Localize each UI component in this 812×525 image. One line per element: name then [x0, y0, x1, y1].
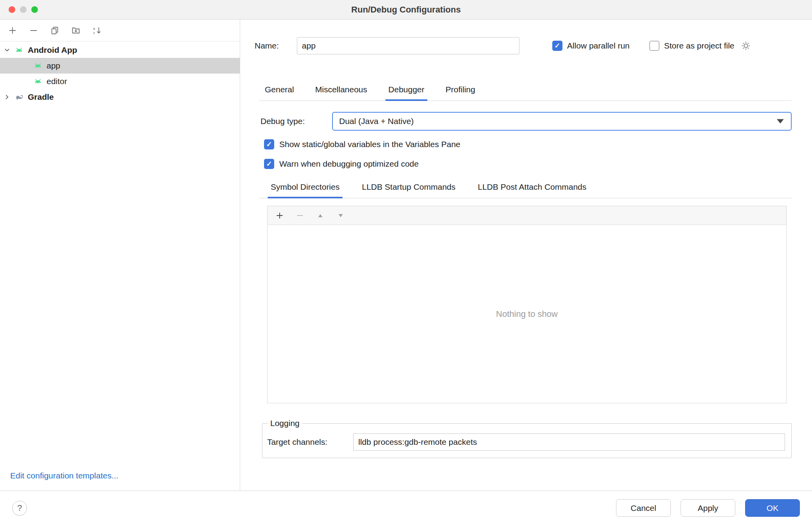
debug-type-label: Debug type: — [260, 117, 332, 126]
symbol-directories-table: Nothing to show — [267, 206, 787, 403]
add-row-button[interactable] — [272, 208, 287, 223]
chevron-right-icon[interactable] — [0, 93, 14, 101]
save-configuration-button[interactable] — [68, 23, 84, 38]
sidebar-toolbar: a z — [0, 20, 240, 41]
target-channels-input[interactable] — [353, 433, 785, 451]
debug-type-select[interactable]: Dual (Java + Native) — [332, 112, 792, 131]
copy-icon — [50, 26, 59, 35]
logging-section: Logging Target channels: — [262, 419, 792, 458]
tab-debugger[interactable]: Debugger — [388, 79, 425, 101]
subtab-lldb-post-attach-commands[interactable]: LLDB Post Attach Commands — [477, 177, 587, 198]
question-mark-icon: ? — [17, 503, 22, 513]
move-up-button[interactable] — [313, 208, 328, 223]
window-title: Run/Debug Configurations — [351, 5, 461, 15]
tree-item-label: Gradle — [28, 92, 54, 102]
cancel-button[interactable]: Cancel — [616, 499, 671, 517]
run-debug-configurations-dialog: Run/Debug Configurations a — [0, 0, 812, 525]
tab-general[interactable]: General — [264, 79, 295, 101]
configurations-tree: Android App app editor — [0, 41, 240, 105]
tree-item-android-app[interactable]: Android App — [0, 42, 240, 58]
debug-type-row: Debug type: Dual (Java + Native) — [260, 112, 792, 131]
store-as-project-file-label: Store as project file — [664, 41, 735, 50]
svg-text:z: z — [93, 31, 95, 35]
minimize-window-icon[interactable] — [20, 6, 27, 13]
target-channels-label: Target channels: — [266, 437, 353, 447]
remove-row-button[interactable] — [293, 208, 307, 223]
remove-icon — [29, 26, 38, 35]
configurations-sidebar: a z Android App — [0, 20, 240, 491]
tree-item-label: app — [47, 61, 60, 70]
chevron-down-icon[interactable] — [0, 47, 14, 54]
subtab-lldb-startup-commands[interactable]: LLDB Startup Commands — [361, 177, 456, 198]
help-button[interactable]: ? — [12, 501, 27, 516]
svg-text:a: a — [93, 27, 95, 31]
copy-configuration-button[interactable] — [47, 23, 63, 38]
show-static-checkbox[interactable] — [264, 139, 274, 149]
chevron-down-icon — [777, 119, 784, 124]
close-window-icon[interactable] — [9, 6, 15, 13]
target-channels-row: Target channels: — [266, 433, 785, 451]
apply-button[interactable]: Apply — [681, 499, 735, 517]
move-down-button[interactable] — [333, 208, 348, 223]
save-folder-icon — [71, 26, 81, 35]
tab-miscellaneous[interactable]: Miscellaneous — [314, 79, 368, 101]
warn-optimized-row: Warn when debugging optimized code — [264, 159, 792, 169]
config-tabs: General Miscellaneous Debugger Profiling — [259, 79, 792, 101]
show-static-label: Show static/global variables in the Vari… — [279, 140, 460, 149]
sort-alphabetically-icon: a z — [92, 26, 102, 35]
gear-icon — [741, 41, 751, 51]
arrow-down-icon — [337, 212, 345, 219]
tree-item-editor[interactable]: editor — [0, 74, 240, 89]
android-icon — [14, 45, 24, 55]
tab-profiling[interactable]: Profiling — [445, 79, 476, 101]
titlebar: Run/Debug Configurations — [0, 0, 812, 20]
arrow-up-icon — [316, 212, 324, 219]
table-toolbar — [268, 206, 786, 225]
name-row: Name: Allow parallel run Store as projec… — [255, 37, 796, 54]
store-as-project-file-checkbox[interactable] — [649, 41, 659, 51]
warn-optimized-checkbox[interactable] — [264, 159, 274, 169]
subtab-symbol-directories[interactable]: Symbol Directories — [270, 177, 340, 198]
empty-table-message: Nothing to show — [268, 225, 786, 403]
zoom-window-icon[interactable] — [31, 6, 38, 13]
ok-button[interactable]: OK — [745, 499, 800, 517]
logging-legend: Logging — [268, 419, 302, 428]
add-icon — [8, 26, 17, 35]
name-input[interactable] — [297, 37, 519, 54]
dialog-body: a z Android App — [0, 20, 812, 491]
allow-parallel-run-group: Allow parallel run — [552, 41, 630, 51]
configuration-editor: Name: Allow parallel run Store as projec… — [240, 20, 812, 491]
tree-item-gradle[interactable]: Gradle — [0, 89, 240, 105]
show-static-row: Show static/global variables in the Vari… — [264, 139, 792, 149]
remove-configuration-button[interactable] — [26, 23, 41, 38]
store-settings-button[interactable] — [741, 41, 751, 51]
tree-item-app[interactable]: app — [0, 58, 240, 74]
android-icon — [33, 76, 43, 86]
sort-configurations-button[interactable]: a z — [89, 23, 105, 38]
warn-optimized-label: Warn when debugging optimized code — [279, 159, 419, 169]
allow-parallel-run-label: Allow parallel run — [567, 41, 630, 50]
tree-item-label: Android App — [28, 45, 77, 55]
tree-item-label: editor — [47, 77, 67, 86]
traffic-lights — [9, 0, 38, 19]
add-icon — [275, 211, 284, 220]
debug-type-value: Dual (Java + Native) — [339, 117, 414, 126]
dialog-footer: ? Cancel Apply OK — [0, 491, 812, 525]
edit-configuration-templates-link[interactable]: Edit configuration templates... — [10, 471, 119, 480]
add-configuration-button[interactable] — [5, 23, 20, 38]
allow-parallel-run-checkbox[interactable] — [552, 41, 562, 51]
name-label: Name: — [255, 41, 279, 50]
gradle-icon — [14, 92, 24, 102]
debugger-subtabs: Symbol Directories LLDB Startup Commands… — [259, 177, 792, 198]
android-icon — [33, 61, 43, 71]
remove-icon — [296, 211, 304, 220]
store-as-project-file-group: Store as project file — [649, 41, 735, 51]
